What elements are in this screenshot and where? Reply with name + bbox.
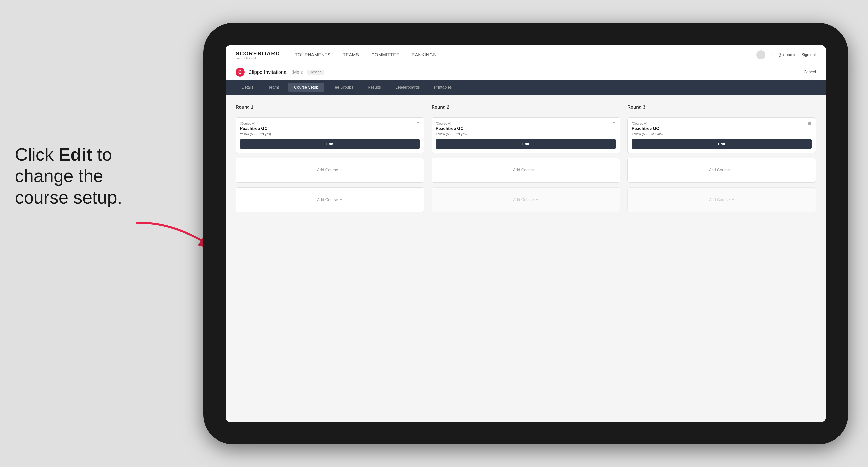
round-2-add-course-0[interactable]: Add Course + <box>432 158 620 183</box>
tab-bar: Details Teams Course Setup Tee Groups Re… <box>226 80 826 95</box>
tab-printables[interactable]: Printables <box>428 83 458 92</box>
round-1-edit-button[interactable]: Edit <box>240 139 420 149</box>
round-3-add-course-text-0: Add Course + <box>709 167 734 173</box>
tab-course-setup[interactable]: Course Setup <box>288 83 324 92</box>
tab-results[interactable]: Results <box>362 83 387 92</box>
round-2-course-label: (Course A) <box>436 122 616 125</box>
round-3-plus-icon-1: + <box>732 197 735 203</box>
user-email: blair@clippd.io <box>770 53 796 57</box>
round-1-course-label: (Course A) <box>240 122 420 125</box>
round-3-title: Round 3 <box>627 105 816 110</box>
round-1-add-course-1[interactable]: Add Course + <box>236 187 424 212</box>
cancel-button[interactable]: Cancel <box>804 70 816 74</box>
nav-committee[interactable]: COMMITTEE <box>372 52 400 58</box>
emphasis-edit: Edit <box>59 145 92 164</box>
tab-teams[interactable]: Teams <box>262 83 286 92</box>
round-1-add-course-text-0: Add Course + <box>317 167 342 173</box>
round-2-column: Round 2 🗑 (Course A) Peachtree GC Yellow… <box>432 105 620 212</box>
nav-rankings[interactable]: RANKINGS <box>412 52 436 58</box>
round-1-course-name: Peachtree GC <box>240 126 420 131</box>
tablet-screen: SCOREBOARD Powered by clippd TOURNAMENTS… <box>226 45 826 422</box>
tab-tee-groups[interactable]: Tee Groups <box>327 83 359 92</box>
nav-links: TOURNAMENTS TEAMS COMMITTEE RANKINGS <box>295 52 756 58</box>
logo-area: SCOREBOARD Powered by clippd <box>236 50 280 60</box>
main-content: Round 1 🗑 (Course A) Peachtree GC Yellow… <box>226 95 826 422</box>
round-1-title: Round 1 <box>236 105 424 110</box>
sign-out-link[interactable]: Sign out <box>801 53 816 57</box>
round-1-plus-icon-0: + <box>340 167 343 173</box>
round-1-delete-icon[interactable]: 🗑 <box>415 121 421 126</box>
tournament-title: Clippd Invitational <box>248 69 288 75</box>
round-1-column: Round 1 🗑 (Course A) Peachtree GC Yellow… <box>236 105 424 212</box>
round-3-add-course-1: Add Course + <box>627 187 816 212</box>
round-1-course-card-0: 🗑 (Course A) Peachtree GC Yellow (M) (66… <box>236 117 424 153</box>
tab-details[interactable]: Details <box>236 83 260 92</box>
sub-navigation: C Clippd Invitational (Men) Hosting Canc… <box>226 65 826 80</box>
round-3-column: Round 3 🗑 (Course A) Peachtree GC Yellow… <box>627 105 816 212</box>
round-2-title: Round 2 <box>432 105 620 110</box>
round-3-edit-button[interactable]: Edit <box>632 139 812 149</box>
round-3-course-name: Peachtree GC <box>632 126 812 131</box>
scoreboard-logo: SCOREBOARD <box>236 50 280 57</box>
round-3-course-details: Yellow (M) (6629 yds) <box>632 132 812 136</box>
round-2-add-course-text-0: Add Course + <box>513 167 538 173</box>
tablet-device: SCOREBOARD Powered by clippd TOURNAMENTS… <box>204 23 848 444</box>
round-2-edit-button[interactable]: Edit <box>436 139 616 149</box>
app-container: SCOREBOARD Powered by clippd TOURNAMENTS… <box>226 45 826 422</box>
round-2-course-name: Peachtree GC <box>436 126 616 131</box>
round-1-course-details: Yellow (M) (6629 yds) <box>240 132 420 136</box>
round-2-delete-icon[interactable]: 🗑 <box>611 121 617 126</box>
tab-leaderboards[interactable]: Leaderboards <box>390 83 426 92</box>
round-1-add-course-text-1: Add Course + <box>317 197 342 203</box>
user-area: blair@clippd.io Sign out <box>756 50 816 59</box>
round-3-add-course-text-1: Add Course + <box>709 197 734 203</box>
round-3-course-label: (Course A) <box>632 122 812 125</box>
hosting-badge: Hosting <box>307 70 324 75</box>
round-1-plus-icon-1: + <box>340 197 343 203</box>
user-avatar <box>756 50 765 59</box>
round-2-add-course-text-1: Add Course + <box>513 197 538 203</box>
round-3-course-card-0: 🗑 (Course A) Peachtree GC Yellow (M) (66… <box>627 117 816 153</box>
round-3-add-course-0[interactable]: Add Course + <box>627 158 816 183</box>
c-logo: C <box>236 68 245 76</box>
round-2-plus-icon-1: + <box>536 197 539 203</box>
round-2-plus-icon-0: + <box>536 167 539 173</box>
round-2-add-course-1: Add Course + <box>432 187 620 212</box>
nav-teams[interactable]: TEAMS <box>343 52 359 58</box>
round-2-course-details: Yellow (M) (6629 yds) <box>436 132 616 136</box>
round-1-add-course-0[interactable]: Add Course + <box>236 158 424 183</box>
round-3-plus-icon-0: + <box>732 167 735 173</box>
round-2-course-card-0: 🗑 (Course A) Peachtree GC Yellow (M) (66… <box>432 117 620 153</box>
instruction-text: Click Edit tochange thecourse setup. <box>15 144 122 208</box>
tournament-gender: (Men) <box>292 70 303 75</box>
logo-subtitle: Powered by clippd <box>236 57 280 60</box>
round-3-delete-icon[interactable]: 🗑 <box>807 121 813 126</box>
tournament-name-area: C Clippd Invitational (Men) Hosting <box>236 68 804 76</box>
nav-tournaments[interactable]: TOURNAMENTS <box>295 52 331 58</box>
page-wrapper: Click Edit tochange thecourse setup. SCO… <box>0 0 868 467</box>
top-navigation: SCOREBOARD Powered by clippd TOURNAMENTS… <box>226 45 826 65</box>
rounds-container: Round 1 🗑 (Course A) Peachtree GC Yellow… <box>236 105 816 212</box>
